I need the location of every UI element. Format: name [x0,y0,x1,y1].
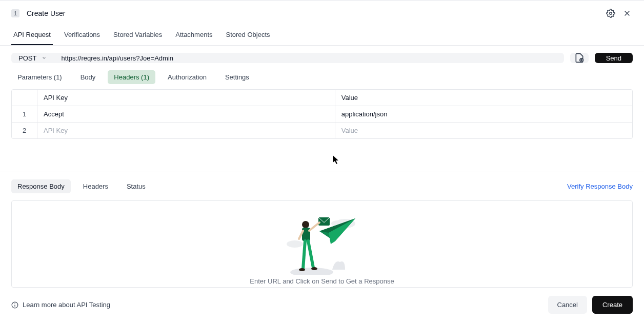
table-row: 2 [12,123,632,138]
row-index: 2 [12,123,37,138]
info-icon [11,301,18,309]
header-value-input[interactable] [341,127,626,134]
svg-point-8 [287,240,303,248]
subtab-settings[interactable]: Settings [219,70,255,84]
empty-response-hint: Enter URL and Click on Send to Get a Res… [250,277,394,285]
resp-tab-body[interactable]: Response Body [11,179,71,193]
svg-line-16 [309,222,319,231]
tab-stored-objects[interactable]: Stored Objects [224,25,272,45]
header-key-input[interactable] [44,110,329,118]
http-method-select[interactable]: POST [11,53,54,63]
header-key-col: API Key [37,90,335,106]
svg-line-18 [303,241,305,269]
resp-tab-headers[interactable]: Headers [77,179,114,193]
header-value-col: Value [335,90,632,106]
tab-api-request[interactable]: API Request [11,25,53,45]
header-value-input[interactable] [341,110,626,118]
tab-stored-variables[interactable]: Stored Variables [111,25,164,45]
tab-verifications[interactable]: Verifications [62,25,102,45]
header-key-input[interactable] [44,127,329,134]
send-button[interactable]: Send [595,53,633,63]
svg-line-19 [308,241,313,268]
svg-point-20 [299,268,305,271]
verify-response-link[interactable]: Verify Response Body [567,183,633,190]
footer: Learn more about API Testing Cancel Crea… [0,288,644,324]
tab-attachments[interactable]: Attachments [173,25,214,45]
header-index-col [12,90,37,106]
save-request-button[interactable] [570,53,589,63]
subtab-headers[interactable]: Headers (1) [108,70,155,84]
learn-more-link[interactable]: Learn more about API Testing [11,301,110,309]
page-title: Create User [27,9,65,17]
request-row: POST Send [0,46,644,70]
topbar: 1 Create User [0,0,644,25]
response-area: Response Body Headers Status Verify Resp… [0,172,644,288]
gear-icon[interactable] [605,8,616,19]
subtab-body[interactable]: Body [74,70,102,84]
resp-tab-status[interactable]: Status [120,179,152,193]
subtab-parameters[interactable]: Parameters (1) [11,70,68,84]
svg-point-0 [610,12,612,15]
main-tabs: API Request Verifications Stored Variabl… [0,25,644,46]
http-method-value: POST [18,54,36,62]
close-icon[interactable] [621,8,633,19]
step-badge: 1 [11,9,19,17]
send-illustration [284,213,360,275]
url-input[interactable] [54,53,564,63]
headers-table: API Key Value 1 2 [0,89,644,139]
subtab-authorization[interactable]: Authorization [162,70,213,84]
response-body-box: Enter URL and Click on Send to Get a Res… [11,200,633,288]
create-button[interactable]: Create [592,296,633,314]
svg-point-21 [311,267,317,270]
learn-more-label: Learn more about API Testing [23,301,110,309]
request-sub-tabs: Parameters (1) Body Headers (1) Authoriz… [0,70,644,89]
table-row: 1 [12,106,632,123]
row-index: 1 [12,106,37,123]
svg-point-14 [302,221,309,228]
svg-point-24 [14,303,15,303]
chevron-down-icon [42,55,47,60]
cancel-button[interactable]: Cancel [548,296,587,314]
